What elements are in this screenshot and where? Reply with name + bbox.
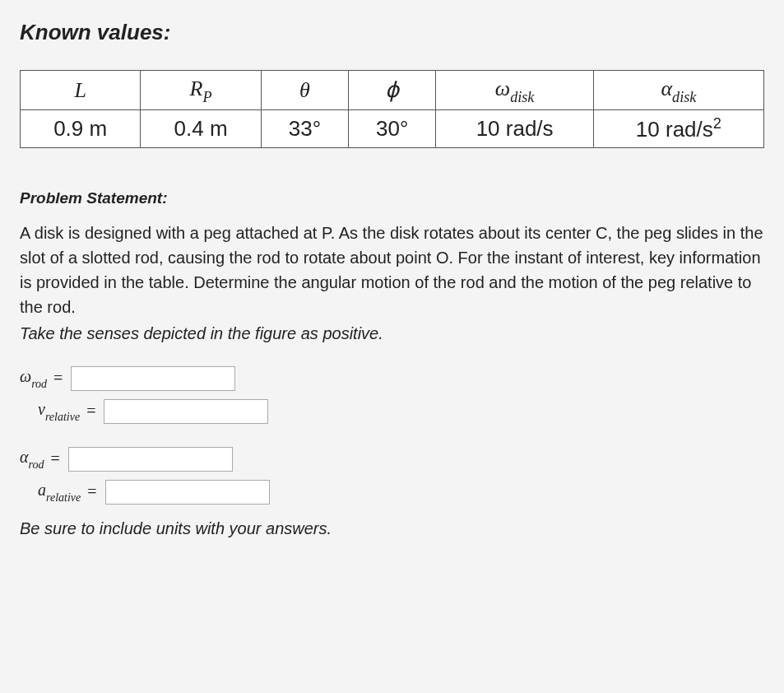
label-wrod: ωrod — [20, 367, 47, 389]
answer-row-vrelative: vrelative = — [38, 399, 764, 424]
col-adisk: αdisk — [593, 71, 763, 110]
label-vrelative: vrelative — [38, 400, 80, 422]
col-phi: ϕ — [349, 71, 436, 110]
equals-sign: = — [86, 402, 95, 421]
val-theta: 33° — [261, 110, 348, 148]
answer-row-wrod: ωrod = — [20, 366, 764, 391]
problem-instruction: Take the senses depicted in the figure a… — [20, 324, 764, 343]
val-phi: 30° — [349, 110, 436, 148]
problem-statement-heading: Problem Statement: — [20, 189, 764, 207]
val-Rp: 0.4 m — [141, 110, 261, 148]
table-header-row: L RP θ ϕ ωdisk αdisk — [21, 71, 764, 110]
footer-note: Be sure to include units with your answe… — [20, 519, 764, 538]
label-arelative: arelative — [38, 481, 81, 503]
val-adisk: 10 rad/s2 — [593, 110, 763, 148]
val-L: 0.9 m — [21, 110, 141, 148]
col-theta: θ — [261, 71, 348, 110]
input-wrod[interactable] — [71, 366, 235, 391]
answer-row-arod: αrod = — [20, 447, 764, 472]
answer-row-arelative: arelative = — [38, 480, 764, 505]
input-arod[interactable] — [68, 447, 233, 472]
equals-sign: = — [50, 449, 59, 468]
label-arod: αrod — [20, 448, 44, 470]
known-values-table: L RP θ ϕ ωdisk αdisk 0.9 m 0.4 m 33° 30°… — [20, 70, 764, 148]
col-L: L — [21, 71, 141, 110]
input-vrelative[interactable] — [104, 399, 268, 424]
equals-sign: = — [87, 482, 96, 501]
input-arelative[interactable] — [105, 480, 270, 505]
problem-text: A disk is designed with a peg attached a… — [20, 221, 764, 319]
known-values-heading: Known values: — [20, 20, 764, 45]
table-value-row: 0.9 m 0.4 m 33° 30° 10 rad/s 10 rad/s2 — [21, 110, 764, 148]
col-wdisk: ωdisk — [436, 71, 593, 110]
equals-sign: = — [53, 369, 63, 388]
col-Rp: RP — [141, 71, 261, 110]
val-wdisk: 10 rad/s — [436, 110, 593, 148]
